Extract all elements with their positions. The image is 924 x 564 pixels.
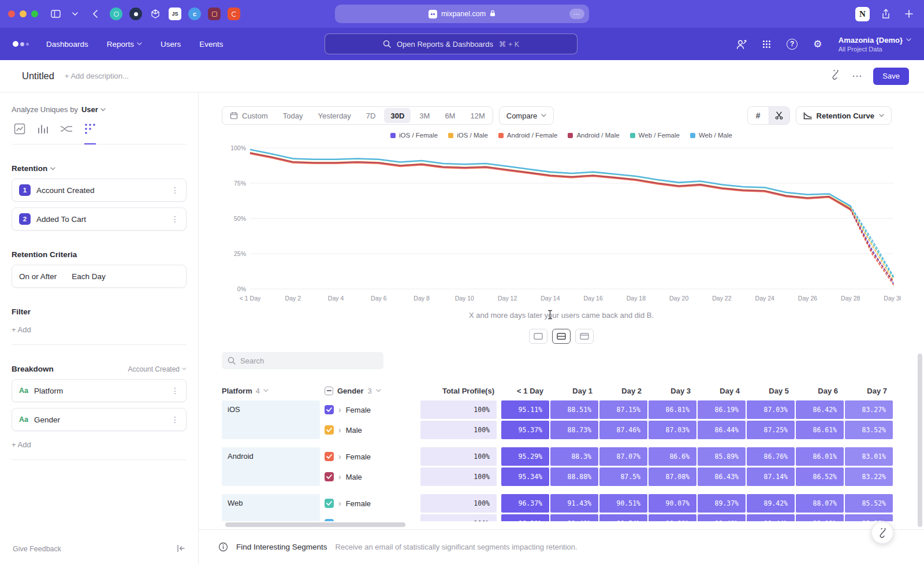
column-header-gender[interactable]: Gender3 bbox=[325, 387, 420, 395]
add-description-button[interactable]: + Add description... bbox=[65, 72, 129, 80]
new-tab-icon[interactable] bbox=[902, 7, 916, 21]
annotations-hash-button[interactable]: # bbox=[748, 107, 769, 124]
retention-value-cell[interactable]: 95.34% bbox=[501, 467, 549, 486]
minimize-window-button[interactable] bbox=[20, 10, 27, 17]
trim-scissors-button[interactable] bbox=[769, 107, 789, 124]
extension-icon-5[interactable]: c bbox=[188, 8, 201, 20]
criteria-mode-dropdown[interactable]: On or After bbox=[19, 272, 57, 281]
retention-criteria-card[interactable]: On or After Each Day bbox=[12, 265, 187, 288]
tab-bars-icon[interactable] bbox=[37, 123, 49, 144]
retention-value-cell[interactable]: 95.29% bbox=[501, 447, 549, 466]
legend-item[interactable]: iOS / Female bbox=[390, 132, 438, 139]
expand-chevron-icon[interactable]: › bbox=[338, 472, 341, 481]
extension-icon-1[interactable] bbox=[110, 8, 122, 20]
column-header-day-5[interactable]: Day 5 bbox=[747, 387, 796, 395]
series-checkbox[interactable] bbox=[325, 452, 334, 461]
legend-item[interactable]: Web / Female bbox=[630, 132, 680, 139]
retention-value-cell[interactable]: 87.46% bbox=[599, 421, 647, 439]
column-header-day-3[interactable]: Day 3 bbox=[649, 387, 698, 395]
breakdown-platform[interactable]: Aa Platform ⋮ bbox=[12, 379, 187, 402]
retention-step-b[interactable]: 2 Added To Cart ⋮ bbox=[12, 207, 187, 231]
maximize-window-button[interactable] bbox=[31, 10, 38, 17]
legend-item[interactable]: Android / Female bbox=[498, 132, 558, 139]
table-search[interactable] bbox=[222, 352, 383, 369]
kebab-menu-icon[interactable]: ⋮ bbox=[171, 214, 179, 224]
retention-section-heading[interactable]: Retention bbox=[12, 164, 187, 173]
retention-value-cell[interactable]: 86.52% bbox=[796, 467, 844, 486]
expand-chevron-icon[interactable]: › bbox=[338, 425, 341, 435]
copy-link-icon[interactable] bbox=[830, 70, 840, 82]
legend-item[interactable]: Web / Male bbox=[690, 132, 732, 139]
global-search-button[interactable]: Open Reports & Dashboards ⌘ + K bbox=[325, 34, 578, 54]
retention-value-cell[interactable]: 86.19% bbox=[698, 400, 746, 419]
breakdown-gender[interactable]: Aa Gender ⋮ bbox=[12, 408, 187, 431]
legend-item[interactable]: Android / Male bbox=[568, 132, 619, 139]
retention-value-cell[interactable]: 83.52% bbox=[845, 421, 893, 439]
kebab-menu-icon[interactable]: ⋮ bbox=[171, 415, 179, 424]
layout-split-button[interactable] bbox=[552, 329, 571, 344]
give-feedback-link[interactable]: Give Feedback bbox=[13, 545, 61, 553]
url-bar[interactable]: mixpanel.com ⋯ bbox=[335, 5, 589, 23]
retention-value-cell[interactable]: 87.25% bbox=[747, 421, 795, 439]
vertical-scrollbar[interactable] bbox=[918, 354, 922, 527]
extension-icon-4[interactable]: JS bbox=[169, 8, 181, 20]
column-header-platform[interactable]: Platform4 bbox=[222, 387, 325, 395]
expand-chevron-icon[interactable]: › bbox=[338, 499, 341, 508]
series-checkbox[interactable] bbox=[325, 405, 334, 414]
retention-value-cell[interactable]: 85.52% bbox=[845, 494, 893, 513]
platform-cell[interactable]: iOS bbox=[222, 400, 320, 439]
analyze-entity-dropdown[interactable]: User bbox=[81, 105, 106, 114]
retention-value-cell[interactable]: 87.5% bbox=[599, 467, 647, 486]
retention-value-cell[interactable]: 90.51% bbox=[599, 494, 647, 513]
gender-cell[interactable]: ›Female bbox=[325, 494, 416, 513]
url-more-icon[interactable]: ⋯ bbox=[569, 9, 584, 19]
series-checkbox[interactable] bbox=[325, 425, 334, 435]
settings-gear-icon[interactable]: ⚙ bbox=[811, 37, 825, 51]
series-checkbox[interactable] bbox=[325, 499, 334, 508]
retention-value-cell[interactable]: 86.01% bbox=[796, 447, 844, 466]
invite-users-icon[interactable] bbox=[735, 37, 748, 51]
retention-value-cell[interactable]: 86.81% bbox=[649, 400, 696, 419]
retention-value-cell[interactable]: 95.11% bbox=[501, 400, 549, 419]
column-header-day-1[interactable]: Day 1 bbox=[550, 387, 599, 395]
save-button[interactable]: Save bbox=[873, 68, 909, 85]
retention-value-cell[interactable]: 83.22% bbox=[845, 467, 893, 486]
retention-step-a[interactable]: 1 Account Created ⋮ bbox=[12, 179, 187, 202]
retention-value-cell[interactable]: 88.51% bbox=[550, 400, 598, 419]
range-today-button[interactable]: Today bbox=[275, 107, 311, 124]
back-icon[interactable] bbox=[88, 7, 102, 21]
nav-events[interactable]: Events bbox=[199, 40, 223, 49]
retention-value-cell[interactable]: 88.73% bbox=[550, 421, 598, 439]
gender-cell[interactable]: ›Female bbox=[325, 447, 416, 466]
gender-cell[interactable]: ›Male bbox=[325, 467, 416, 486]
share-icon[interactable] bbox=[879, 7, 893, 21]
retention-value-cell[interactable]: 88.07% bbox=[796, 494, 844, 513]
compare-button[interactable]: Compare bbox=[499, 106, 554, 125]
more-options-icon[interactable]: ⋯ bbox=[852, 70, 862, 82]
segments-title[interactable]: Find Interesting Segments bbox=[236, 543, 327, 551]
range-6m-button[interactable]: 6M bbox=[437, 107, 463, 124]
indeterminate-checkbox[interactable] bbox=[325, 387, 333, 395]
help-icon[interactable]: ? bbox=[785, 37, 799, 51]
criteria-interval-dropdown[interactable]: Each Day bbox=[72, 272, 106, 281]
retention-value-cell[interactable]: 89.42% bbox=[747, 494, 795, 513]
close-window-button[interactable] bbox=[8, 10, 15, 17]
extension-icon-7[interactable] bbox=[228, 8, 240, 20]
retention-value-cell[interactable]: 90.07% bbox=[649, 494, 696, 513]
column-header-day-7[interactable]: Day 7 bbox=[845, 387, 894, 395]
add-breakdown-button[interactable]: + Add bbox=[12, 440, 187, 460]
horizontal-scrollbar[interactable] bbox=[225, 522, 405, 527]
range-3m-button[interactable]: 3M bbox=[412, 107, 437, 124]
retention-value-cell[interactable]: 86.76% bbox=[747, 447, 795, 466]
retention-value-cell[interactable]: 86.43% bbox=[698, 467, 746, 486]
add-filter-button[interactable]: + Add bbox=[12, 325, 187, 345]
retention-value-cell[interactable]: 86.42% bbox=[796, 400, 844, 419]
retention-value-cell[interactable]: 95.37% bbox=[501, 421, 549, 439]
gender-cell[interactable]: ›Female bbox=[325, 400, 416, 419]
chevron-down-icon[interactable] bbox=[68, 7, 82, 21]
retention-value-cell[interactable]: 83.01% bbox=[845, 447, 893, 466]
tab-retention-icon[interactable] bbox=[84, 123, 96, 144]
platform-cell[interactable]: Android bbox=[222, 447, 320, 486]
retention-value-cell[interactable]: 87.03% bbox=[747, 400, 795, 419]
notion-icon[interactable]: N bbox=[855, 7, 870, 21]
